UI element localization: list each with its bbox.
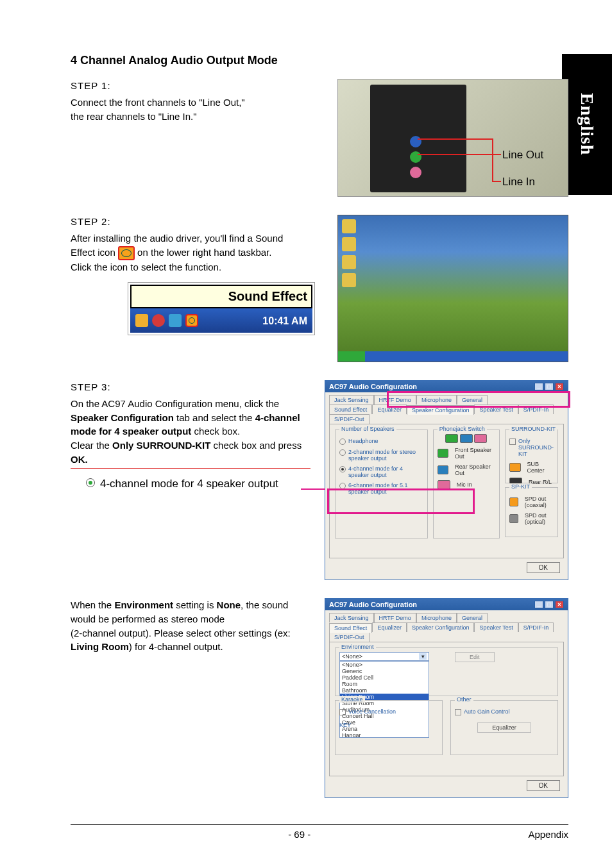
option-headphone[interactable]: Headphone [339, 438, 423, 445]
environment-option[interactable]: Room [340, 681, 429, 687]
taskbar[interactable] [338, 351, 568, 362]
key-label: KEY [339, 722, 438, 728]
callout-arrow-icon [301, 488, 325, 490]
page-title: 4 Channel Analog Audio Output Mode [71, 54, 568, 67]
tab-jack-sensing[interactable]: Jack Sensing [329, 613, 374, 622]
mic-in-label: Mic In [457, 481, 472, 488]
ac97-dialog-speaker-config: AC97 Audio Configuration _ □ × Jack Sens… [325, 380, 568, 580]
environment-option[interactable]: Generic [340, 668, 429, 674]
language-label: English [577, 93, 597, 155]
env-paragraph-3: Living Room) for 4-channel output. [71, 640, 310, 654]
ok-button[interactable]: OK [527, 780, 560, 791]
maximize-button[interactable]: □ [545, 601, 554, 608]
option-4-channel[interactable]: 4-channel mode for 4 speaker output [339, 465, 423, 478]
checkbox-auto-gain-control[interactable]: Auto Gain Control [455, 708, 554, 715]
step-3-paragraph-2: Clear the Only SURROUND-KIT check box an… [71, 438, 310, 467]
dialog-body: Environment <None> ▾ <None>GenericPadded… [329, 642, 564, 776]
start-button[interactable] [338, 351, 365, 362]
taskbar: 10:41 AM [130, 308, 312, 333]
step-3: STEP 3: On the AC97 Audio Configuration … [71, 380, 568, 580]
jack-icon [438, 465, 449, 474]
environment-selected-value: <None> [342, 653, 362, 660]
tab-hrtf-demo[interactable]: HRTF Demo [374, 395, 416, 405]
ac97-dialog-sound-effect: AC97 Audio Configuration _ □ × Jack Sens… [325, 598, 568, 798]
tab-speaker-configuration[interactable]: Speaker Configuration [407, 405, 475, 415]
environment-dropdown[interactable]: <None> ▾ [339, 652, 429, 661]
option-6-channel[interactable]: 6-channel mode for 5.1 speaker output [339, 482, 423, 495]
desktop-screenshot [337, 215, 568, 362]
minimize-button[interactable]: _ [534, 601, 543, 608]
step-3-label: STEP 3: [71, 380, 310, 394]
chevron-down-icon[interactable]: ▾ [419, 653, 427, 660]
jack-icon [509, 497, 518, 506]
tab-microphone[interactable]: Microphone [416, 613, 457, 622]
dialog-tabs: Jack Sensing HRTF Demo Microphone Genera… [325, 610, 568, 642]
step-1-label: STEP 1: [71, 79, 323, 93]
tray-app-icon[interactable] [152, 314, 165, 327]
equalizer-button[interactable]: Equalizer [477, 722, 531, 733]
tab-speaker-test[interactable]: Speaker Test [474, 622, 518, 632]
desktop-shortcut-icon[interactable] [342, 219, 356, 233]
group-surround-kit: SURROUND-KIT [509, 426, 557, 432]
dialog-tabs: Jack Sensing HRTF Demo Microphone Genera… [325, 392, 568, 424]
step-2: STEP 2: After installing the audio drive… [71, 215, 568, 362]
dialog-title: AC97 Audio Configuration [329, 601, 417, 608]
desktop-shortcut-icon[interactable] [342, 237, 356, 251]
sound-effect-tray-icon [118, 246, 135, 260]
dialog-body: Number of Speakers Headphone 2-channel m… [329, 424, 564, 558]
close-button[interactable]: × [555, 383, 564, 390]
tab-speaker-test[interactable]: Speaker Test [474, 405, 518, 414]
language-side-tab: English [562, 54, 612, 195]
step-2-text-line-3: Click the icon to select the function. [71, 260, 323, 274]
close-button[interactable]: × [555, 601, 564, 608]
group-other: Other [455, 696, 473, 703]
tab-sound-effect[interactable]: Sound Effect [329, 405, 372, 414]
group-karaoke: Karaoke [339, 696, 365, 703]
group-sp-kit: SP-KIT [509, 483, 532, 490]
environment-option[interactable]: Padded Cell [340, 674, 429, 681]
tab-jack-sensing[interactable]: Jack Sensing [329, 395, 374, 405]
system-tray-screenshot: Sound Effect 10:41 AM [128, 283, 314, 335]
tab-hrtf-demo[interactable]: HRTF Demo [374, 613, 416, 622]
tab-general[interactable]: General [457, 613, 488, 622]
tray-clock: 10:41 AM [262, 313, 307, 328]
tab-spdif-in[interactable]: S/PDIF-In [518, 405, 554, 414]
ok-button[interactable]: OK [527, 562, 560, 573]
sound-effect-tray-icon[interactable] [185, 314, 198, 327]
group-environment: Environment [339, 644, 376, 650]
checkbox-voice-cancellation[interactable]: Voice Cancellation [339, 708, 438, 715]
section-name: Appendix [528, 829, 568, 840]
tab-spdif-in[interactable]: S/PDIF-In [518, 622, 554, 632]
hardware-photo: Line Out Line In [337, 79, 568, 197]
option-2-channel[interactable]: 2-channel mode for stereo speaker output [339, 449, 423, 462]
step-3-paragraph-1: On the AC97 Audio Configuration menu, cl… [71, 397, 310, 438]
mic-jack-icon [410, 167, 421, 178]
tab-spdif-out[interactable]: S/PDIF-Out [329, 632, 370, 642]
tab-speaker-configuration[interactable]: Speaker Configuration [407, 622, 475, 632]
tray-app-icon[interactable] [135, 314, 148, 327]
tray-app-icon[interactable] [169, 314, 182, 327]
edit-button[interactable]: Edit [455, 652, 495, 662]
environment-option[interactable]: Bathroom [340, 687, 429, 694]
jack-icon [474, 434, 487, 443]
maximize-button[interactable]: □ [545, 383, 554, 390]
environment-note: When the Environment setting is None, th… [71, 598, 568, 798]
minimize-button[interactable]: _ [534, 383, 543, 390]
desktop-shortcut-icon[interactable] [342, 255, 356, 269]
tab-equalizer[interactable]: Equalizer [372, 622, 407, 632]
tab-microphone[interactable]: Microphone [416, 395, 457, 405]
jack-icon [460, 434, 473, 443]
tab-equalizer[interactable]: Equalizer [372, 405, 407, 414]
front-speaker-out-label: Front Speaker Out [455, 447, 495, 460]
tab-spdif-out[interactable]: S/PDIF-Out [329, 414, 370, 424]
line-out-callout: Line Out [502, 149, 543, 162]
step-2-label: STEP 2: [71, 215, 323, 229]
step-1: STEP 1: Connect the front channels to "L… [71, 79, 568, 197]
checkbox-only-surround-kit[interactable]: Only SURROUND-KIT [509, 438, 554, 457]
environment-option[interactable]: <None> [340, 662, 429, 668]
tab-sound-effect[interactable]: Sound Effect [329, 623, 372, 633]
tab-general[interactable]: General [457, 395, 488, 405]
desktop-shortcut-icon[interactable] [342, 273, 356, 287]
dialog-title: AC97 Audio Configuration [329, 383, 417, 390]
group-number-of-speakers: Number of Speakers [339, 426, 396, 432]
